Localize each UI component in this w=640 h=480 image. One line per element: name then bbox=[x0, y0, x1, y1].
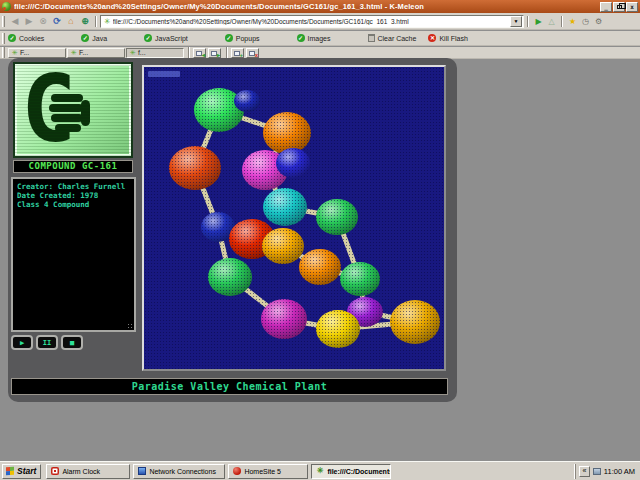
task-network-label: Network Connections bbox=[149, 468, 216, 475]
toolbar-gripper[interactable] bbox=[2, 47, 5, 58]
cookies-label: Cookies bbox=[19, 35, 44, 42]
tab-2[interactable]: ✳ F... bbox=[67, 48, 125, 58]
toolbar-gripper[interactable] bbox=[2, 16, 5, 27]
compound-title-bar: COMPOUND GC-161 bbox=[13, 160, 133, 173]
info-line-class: Class 4 Compound bbox=[17, 200, 130, 209]
plus-icon: + bbox=[239, 52, 243, 58]
privacy-toolbar: ✓ Cookies ✓ Java ✓ JavaScript ✓ Popups ✓… bbox=[0, 31, 640, 46]
arrow-icon: ◂ bbox=[202, 52, 205, 58]
stop-icon[interactable]: ⊗ bbox=[36, 14, 50, 28]
plant-footer-bar: Paradise Valley Chemical Plant bbox=[11, 378, 448, 395]
clear-cache-label: Clear Cache bbox=[378, 35, 417, 42]
resize-grip-icon[interactable] bbox=[127, 323, 133, 329]
clear-cache-button[interactable]: Clear Cache bbox=[368, 34, 417, 42]
task-alarm-clock[interactable]: Alarm Clock bbox=[46, 464, 130, 479]
info-line-date: Date Created: 1978 bbox=[17, 191, 130, 200]
kmeleon-tab-icon: ✳ bbox=[71, 49, 77, 57]
new-tab-button[interactable]: + bbox=[231, 48, 244, 58]
reload-icon[interactable]: ⟳ bbox=[50, 14, 64, 28]
toolbar-gripper[interactable] bbox=[2, 33, 5, 44]
java-label: Java bbox=[92, 35, 107, 42]
address-input[interactable] bbox=[113, 16, 510, 26]
check-icon: ✓ bbox=[225, 34, 233, 42]
browser-viewport: C COMPOUND GC-161 Creator: Charles Furne… bbox=[0, 60, 640, 461]
images-toggle[interactable]: ✓ Images bbox=[297, 34, 331, 42]
cookies-toggle[interactable]: ✓ Cookies bbox=[8, 34, 44, 42]
compound-page-panel: C COMPOUND GC-161 Creator: Charles Furne… bbox=[8, 58, 457, 402]
kmeleon-app-icon bbox=[2, 2, 11, 11]
tray-network-icon[interactable] bbox=[593, 468, 601, 475]
windows-flag-icon bbox=[6, 467, 14, 476]
javascript-toggle[interactable]: ✓ JavaScript bbox=[144, 34, 188, 42]
tab-3-label: f... bbox=[138, 49, 146, 56]
homesite-icon bbox=[233, 467, 241, 475]
bookmarks-icon[interactable]: ★ bbox=[566, 17, 579, 26]
play-button[interactable]: ▶ bbox=[11, 335, 33, 350]
window-title: file:///C:/Documents%20and%20Settings/Ow… bbox=[14, 2, 599, 11]
network-icon bbox=[138, 467, 146, 475]
close-button[interactable]: x bbox=[626, 2, 638, 12]
history-icon[interactable]: ◷ bbox=[579, 17, 592, 26]
pause-button[interactable]: II bbox=[36, 335, 58, 350]
tab-2-label: F... bbox=[79, 49, 88, 56]
close-tab-button[interactable]: x bbox=[246, 48, 259, 58]
start-button[interactable]: Start bbox=[2, 464, 41, 479]
go-icon[interactable]: ▶ bbox=[532, 17, 545, 26]
task-homesite-label: HomeSite 5 bbox=[244, 468, 281, 475]
task-network-connections[interactable]: Network Connections bbox=[133, 464, 225, 479]
globe-icon[interactable]: ⊕ bbox=[78, 14, 92, 28]
screen: file:///C:/Documents%20and%20Settings/Ow… bbox=[0, 0, 640, 480]
system-tray: « 11:00 AM bbox=[575, 464, 638, 479]
prev-tab-button[interactable]: ◂ bbox=[193, 48, 206, 58]
tab-3-active[interactable]: ✳ f... bbox=[126, 48, 184, 58]
javascript-label: JavaScript bbox=[155, 35, 188, 42]
back-icon[interactable]: ◀ bbox=[8, 14, 22, 28]
navigation-toolbar: ◀ ▶ ⊗ ⟳ ⌂ ⊕ ✳ ▼ ▶ △ ★ ◷ ⚙ bbox=[0, 13, 640, 30]
address-page-icon: ✳ bbox=[104, 17, 111, 26]
window-titlebar: file:///C:/Documents%20and%20Settings/Ow… bbox=[0, 0, 640, 13]
compound-info-box: Creator: Charles Furnell Date Created: 1… bbox=[11, 177, 136, 332]
gc161-logo: C bbox=[13, 62, 133, 158]
forward-icon[interactable]: ▶ bbox=[22, 14, 36, 28]
check-icon: ✓ bbox=[8, 34, 16, 42]
trash-icon bbox=[368, 34, 375, 42]
up-directory-icon[interactable]: △ bbox=[545, 17, 558, 26]
task-alarm-label: Alarm Clock bbox=[62, 468, 100, 475]
minimize-button[interactable]: _ bbox=[600, 2, 612, 12]
address-dropdown-button[interactable]: ▼ bbox=[510, 16, 522, 27]
restore-button[interactable] bbox=[613, 2, 625, 12]
kill-flash-button[interactable]: ✕ Kill Flash bbox=[428, 34, 467, 42]
close-icon: x bbox=[255, 52, 258, 58]
kill-flash-icon: ✕ bbox=[428, 34, 436, 42]
windows-taskbar: Start Alarm Clock Network Connections Ho… bbox=[0, 461, 640, 480]
task-kmeleon-active[interactable]: ✳ file:///C:/Documents... bbox=[311, 464, 391, 479]
stop-button[interactable]: ■ bbox=[61, 335, 83, 350]
image-watermark bbox=[148, 71, 180, 77]
toolbar-separator bbox=[561, 16, 563, 27]
molecule-svg bbox=[144, 67, 444, 369]
alarm-clock-icon bbox=[51, 467, 59, 475]
popups-toggle[interactable]: ✓ Popups bbox=[225, 34, 260, 42]
images-label: Images bbox=[308, 35, 331, 42]
toolbar-separator bbox=[226, 47, 228, 58]
tray-clock: 11:00 AM bbox=[604, 467, 635, 476]
task-homesite[interactable]: HomeSite 5 bbox=[228, 464, 308, 479]
task-kmeleon-label: file:///C:/Documents... bbox=[327, 468, 391, 475]
kill-flash-label: Kill Flash bbox=[439, 35, 467, 42]
restore-icon bbox=[617, 5, 622, 9]
kmeleon-tab-icon: ✳ bbox=[130, 49, 136, 57]
tray-chevron-button[interactable]: « bbox=[579, 466, 590, 477]
next-tab-button[interactable]: ▸ bbox=[208, 48, 221, 58]
check-icon: ✓ bbox=[144, 34, 152, 42]
molecule-image bbox=[142, 65, 446, 371]
tab-1[interactable]: ✳ F... bbox=[8, 48, 66, 58]
check-icon: ✓ bbox=[81, 34, 89, 42]
java-toggle[interactable]: ✓ Java bbox=[81, 34, 107, 42]
address-bar: ✳ ▼ bbox=[100, 15, 524, 28]
kmeleon-tab-icon: ✳ bbox=[12, 49, 18, 57]
logo-scanlines bbox=[15, 64, 131, 156]
settings-gear-icon[interactable]: ⚙ bbox=[592, 17, 605, 26]
start-label: Start bbox=[17, 466, 36, 476]
kmeleon-task-icon: ✳ bbox=[316, 467, 324, 475]
home-icon[interactable]: ⌂ bbox=[64, 14, 78, 28]
